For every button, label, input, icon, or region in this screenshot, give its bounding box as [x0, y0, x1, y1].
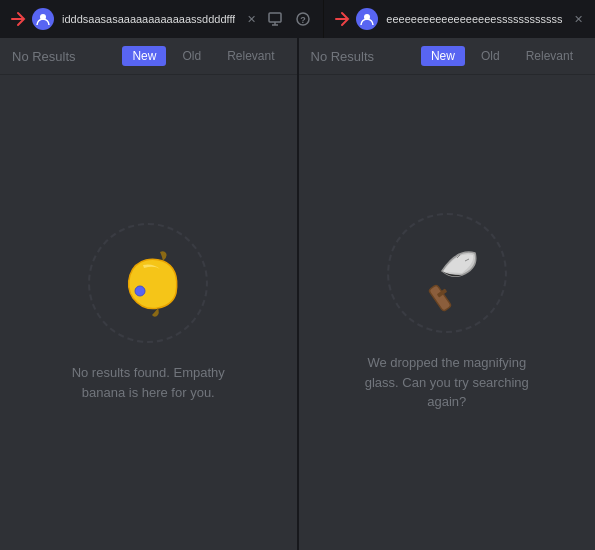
- right-monitor-icon[interactable]: [590, 7, 595, 31]
- left-pane: No Results New Old Relevant: [0, 38, 297, 550]
- left-nav-icon[interactable]: [8, 9, 28, 29]
- left-filter-new[interactable]: New: [122, 46, 166, 66]
- left-results-header: No Results New Old Relevant: [0, 38, 297, 75]
- left-empty-icon-wrapper: [88, 223, 208, 343]
- left-tab-title: idddsaasasaaaaaaaaaaaassddddfff: [62, 13, 235, 25]
- right-nav-icon[interactable]: [332, 9, 352, 29]
- left-avatar[interactable]: [32, 8, 54, 30]
- left-pane-header: idddsaasasaaaaaaaaaaaassddddfff ✕ ?: [0, 0, 323, 38]
- left-monitor-icon[interactable]: [263, 7, 287, 31]
- right-empty-icon-wrapper: [387, 213, 507, 333]
- right-empty-state: We dropped the magnifying glass. Can you…: [299, 75, 596, 550]
- right-avatar[interactable]: [356, 8, 378, 30]
- right-pane-header: eeeeeeeeeeeeeeeeeessssssssssss ✕ ?: [323, 0, 595, 38]
- right-tab-title: eeeeeeeeeeeeeeeeeessssssssssss: [386, 13, 562, 25]
- right-close-button[interactable]: ✕: [570, 11, 586, 27]
- content-area: No Results New Old Relevant: [0, 38, 595, 550]
- svg-text:?: ?: [301, 15, 307, 25]
- banana-illustration: [108, 243, 188, 323]
- left-filter-relevant[interactable]: Relevant: [217, 46, 284, 66]
- sickle-illustration: [407, 233, 487, 313]
- left-close-button[interactable]: ✕: [243, 11, 259, 27]
- svg-rect-13: [428, 285, 451, 312]
- left-help-icon[interactable]: ?: [291, 7, 315, 31]
- app-top-bar: idddsaasasaaaaaaaaaaaassddddfff ✕ ?: [0, 0, 595, 38]
- svg-rect-1: [269, 13, 281, 22]
- right-filter-new[interactable]: New: [421, 46, 465, 66]
- right-empty-text: We dropped the magnifying glass. Can you…: [357, 353, 537, 412]
- left-results-label: No Results: [12, 49, 116, 64]
- left-empty-text: No results found. Empathy banana is here…: [58, 363, 238, 402]
- svg-point-12: [135, 286, 145, 296]
- right-pane: No Results New Old Relevant: [297, 38, 596, 550]
- left-empty-state: No results found. Empathy banana is here…: [0, 75, 297, 550]
- left-filter-old[interactable]: Old: [172, 46, 211, 66]
- right-results-label: No Results: [311, 49, 415, 64]
- right-filter-relevant[interactable]: Relevant: [516, 46, 583, 66]
- right-results-header: No Results New Old Relevant: [299, 38, 596, 75]
- right-filter-old[interactable]: Old: [471, 46, 510, 66]
